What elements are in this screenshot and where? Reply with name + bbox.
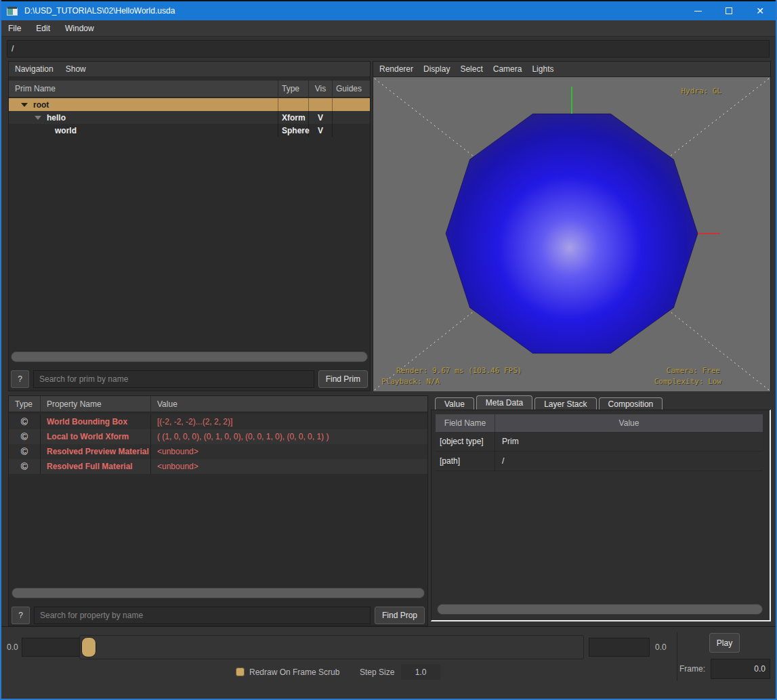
tab-meta-data[interactable]: Meta Data — [476, 395, 532, 410]
expander-down-icon[interactable] — [21, 103, 28, 107]
find-prim-button[interactable]: Find Prim — [318, 370, 368, 388]
prim-vis[interactable]: V — [309, 111, 333, 124]
prim-type: Sphere — [278, 124, 309, 137]
column-vis[interactable]: Vis — [309, 81, 333, 97]
tab-composition[interactable]: Composition — [599, 397, 663, 410]
property-search-input[interactable] — [34, 607, 371, 624]
range-end-input[interactable] — [589, 638, 650, 657]
column-type[interactable]: Type — [278, 81, 309, 97]
meta-field: [path] — [436, 452, 495, 471]
prim-browser-panel: Navigation Show Prim Name Type Vis Guide… — [8, 61, 371, 391]
app-icon — [7, 7, 18, 16]
meta-row-object-type[interactable]: [object type] Prim — [436, 432, 763, 452]
column-prim-name[interactable]: Prim Name — [9, 81, 278, 97]
property-horizontal-scrollbar[interactable] — [12, 588, 425, 598]
prim-guides — [333, 124, 370, 137]
redraw-label: Redraw On Frame Scrub — [249, 668, 339, 677]
play-button[interactable]: Play — [709, 633, 740, 653]
window-title: D:\USD_TUTORIALS\02\HelloWorld.usda — [24, 6, 175, 16]
property-row[interactable]: © World Bounding Box [(-2, -2, -2)...(2,… — [9, 414, 427, 429]
property-name: Resolved Preview Material — [41, 444, 151, 459]
prim-type: Xform — [278, 111, 309, 124]
prim-vis[interactable]: V — [309, 124, 333, 137]
prim-guides — [333, 111, 370, 124]
menu-show[interactable]: Show — [66, 64, 86, 74]
property-row[interactable]: © Resolved Preview Material <unbound> — [9, 444, 427, 459]
meta-tab-bar: Value Meta Data Layer Stack Composition — [435, 395, 663, 410]
meta-value: Prim — [495, 432, 763, 451]
step-size-input[interactable] — [401, 664, 440, 680]
prim-vis[interactable] — [309, 98, 333, 111]
menu-lights[interactable]: Lights — [532, 64, 553, 74]
step-size-label: Step Size — [360, 668, 394, 677]
range-start-input[interactable] — [22, 638, 81, 657]
property-name: Resolved Full Material — [41, 459, 151, 474]
prim-guides — [333, 98, 370, 111]
range-start-label: 0.0 — [7, 642, 18, 652]
app-window: D:\USD_TUTORIALS\02\HelloWorld.usda ✕ Fi… — [0, 0, 777, 700]
maximize-button[interactable] — [713, 1, 744, 20]
prim-name: root — [33, 100, 49, 110]
menu-file[interactable]: File — [8, 24, 21, 33]
menu-edit[interactable]: Edit — [36, 24, 50, 33]
prim-search-help-button[interactable]: ? — [11, 370, 29, 388]
tree-row-world[interactable]: world Sphere V — [9, 124, 370, 137]
expander-down-icon[interactable] — [35, 116, 41, 120]
menu-navigation[interactable]: Navigation — [15, 64, 54, 74]
composed-icon: © — [9, 444, 41, 459]
viewport-render-area[interactable]: Hydra: GL Render: 9.67 ms (103.46 FPS) P… — [373, 77, 770, 391]
frame-label: Frame: — [679, 664, 705, 674]
close-button[interactable]: ✕ — [744, 1, 776, 20]
property-value: [(-2, -2, -2)...(2, 2, 2)] — [151, 414, 427, 429]
frame-input[interactable] — [711, 659, 770, 679]
property-name: World Bounding Box — [41, 414, 151, 429]
hud-render-time: Render: 9.67 ms (103.46 FPS) — [396, 366, 522, 375]
meta-value: / — [495, 452, 763, 471]
frame-slider[interactable] — [79, 635, 584, 659]
menu-select[interactable]: Select — [460, 64, 482, 74]
menubar: File Edit Window — [1, 20, 776, 37]
property-search-help-button[interactable]: ? — [12, 607, 30, 624]
menu-camera[interactable]: Camera — [493, 64, 522, 74]
column-field-name[interactable]: Field Name — [436, 414, 495, 432]
column-property-name[interactable]: Property Name — [41, 396, 151, 412]
sphere-geometry[interactable] — [446, 114, 698, 353]
tree-row-hello[interactable]: hello Xform V — [9, 111, 370, 124]
column-value[interactable]: Value — [151, 396, 427, 412]
meta-horizontal-scrollbar[interactable] — [437, 604, 763, 615]
menu-renderer[interactable]: Renderer — [379, 64, 413, 74]
menu-display[interactable]: Display — [423, 64, 450, 74]
titlebar: D:\USD_TUTORIALS\02\HelloWorld.usda ✕ — [1, 0, 776, 20]
column-guides[interactable]: Guides — [333, 81, 370, 97]
slider-handle[interactable] — [81, 637, 96, 657]
minimize-button[interactable] — [682, 1, 713, 20]
viewport-scene — [373, 77, 770, 391]
property-row[interactable]: © Resolved Full Material <unbound> — [9, 459, 427, 474]
tree-row-root[interactable]: root — [9, 98, 370, 111]
tab-layer-stack[interactable]: Layer Stack — [534, 397, 596, 410]
close-icon: ✕ — [756, 6, 764, 16]
meta-row-path[interactable]: [path] / — [436, 452, 763, 471]
timeline-divider — [677, 632, 677, 681]
property-panel: Type Property Name Value © World Boundin… — [8, 395, 428, 626]
property-row[interactable]: © Local to World Xform ( (1, 0, 0, 0), (… — [9, 429, 427, 444]
prim-name: hello — [47, 113, 66, 123]
tree-column-header: Prim Name Type Vis Guides — [9, 81, 370, 97]
prim-path-input[interactable] — [7, 40, 770, 58]
redraw-checkbox[interactable] — [236, 668, 245, 676]
tree-horizontal-scrollbar[interactable] — [11, 351, 368, 362]
find-prop-button[interactable]: Find Prop — [375, 607, 425, 624]
hud-complexity: Complexity: Low — [654, 377, 721, 386]
column-type[interactable]: Type — [9, 396, 41, 412]
composed-icon: © — [9, 459, 41, 474]
hud-renderer: Hydra: GL — [681, 87, 721, 95]
prim-search-input[interactable] — [33, 370, 314, 388]
hud-playback: Playback: N/A — [381, 377, 440, 386]
tab-value[interactable]: Value — [435, 397, 474, 410]
column-value[interactable]: Value — [495, 414, 763, 432]
path-bar — [1, 37, 776, 61]
viewport-menubar: Renderer Display Select Camera Lights — [373, 62, 770, 77]
meta-table-frame: Field Name Value [object type] Prim [pat… — [431, 410, 771, 621]
prim-type — [278, 98, 309, 111]
menu-window[interactable]: Window — [65, 24, 94, 33]
